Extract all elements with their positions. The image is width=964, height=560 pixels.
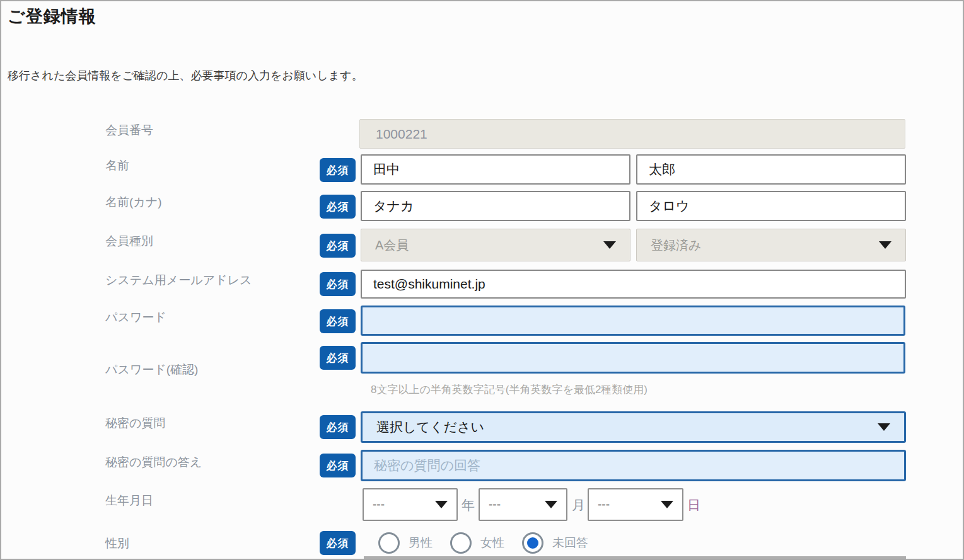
day-suffix: 日 [687, 496, 700, 514]
system-email-label: システム用メールアドレス [105, 272, 252, 289]
password-label: パスワード [105, 309, 166, 326]
member-status-value: 登録済み [651, 237, 701, 254]
member-type-value: A会員 [375, 237, 409, 254]
member-type-label: 会員種別 [105, 233, 153, 249]
name-kana-last-input[interactable] [361, 191, 630, 221]
secret-answer-required-badge: 必須 [320, 454, 356, 477]
name-first-input[interactable] [636, 154, 906, 185]
registration-form-page: ご登録情報 移行された会員情報をご確認の上、必要事項の入力をお願いします。 会員… [0, 0, 964, 560]
birth-month-value: --- [489, 498, 501, 511]
chevron-down-icon [603, 241, 616, 249]
member-number-label: 会員番号 [105, 122, 153, 139]
gender-option-label: 男性 [409, 535, 433, 551]
password-confirm-input[interactable] [361, 342, 905, 374]
password-input[interactable] [361, 306, 905, 336]
chevron-down-icon [879, 241, 891, 249]
name-kana-required-badge: 必須 [320, 195, 356, 219]
birth-month-select[interactable]: --- [479, 488, 567, 521]
password-required-badge: 必須 [320, 309, 356, 333]
chevron-down-icon [878, 423, 890, 431]
member-status-select: 登録済み [636, 229, 906, 261]
page-description: 移行された会員情報をご確認の上、必要事項の入力をお願いします。 [8, 68, 363, 83]
secret-question-value: 選択してください [376, 418, 484, 436]
member-type-required-badge: 必須 [320, 234, 356, 258]
gender-label: 性別 [105, 535, 129, 552]
gender-radio-group: 男性 女性 未回答 [378, 529, 588, 557]
birth-date-label: 生年月日 [105, 493, 153, 509]
name-label: 名前 [105, 157, 129, 174]
radio-checked-icon[interactable] [522, 532, 543, 554]
system-email-required-badge: 必須 [320, 272, 356, 296]
gender-option-label: 女性 [480, 535, 504, 551]
month-suffix: 月 [572, 496, 585, 514]
secret-question-label: 秘密の質問 [105, 415, 165, 431]
secret-answer-input[interactable] [361, 450, 906, 481]
page-title: ご登録情報 [8, 5, 96, 28]
password-confirm-required-badge: 必須 [320, 346, 356, 370]
name-last-input[interactable] [361, 154, 630, 185]
radio-unchecked-icon[interactable] [378, 532, 400, 554]
member-number-field: 1000221 [359, 119, 905, 149]
gender-option-male[interactable]: 男性 [378, 532, 433, 554]
name-kana-label: 名前(カナ) [105, 194, 162, 210]
name-kana-first-input[interactable] [636, 191, 906, 221]
password-confirm-label: パスワード(確認) [105, 362, 198, 378]
next-field-top-edge [364, 556, 906, 560]
gender-required-badge: 必須 [320, 531, 356, 555]
name-required-badge: 必須 [320, 158, 356, 182]
chevron-down-icon [435, 501, 448, 508]
secret-answer-label: 秘密の質問の答え [105, 454, 202, 471]
secret-question-select[interactable]: 選択してください [361, 411, 906, 443]
year-suffix: 年 [462, 496, 475, 514]
gender-option-label: 未回答 [552, 535, 588, 551]
birth-year-select[interactable]: --- [363, 488, 458, 521]
password-hint: 8文字以上の半角英数字記号(半角英数字を最低2種類使用) [371, 382, 648, 397]
gender-option-noanswer[interactable]: 未回答 [522, 532, 588, 554]
gender-option-female[interactable]: 女性 [450, 532, 504, 554]
birth-day-select[interactable]: --- [588, 488, 683, 521]
system-email-input[interactable] [361, 270, 906, 299]
chevron-down-icon [661, 501, 673, 508]
birth-day-value: --- [598, 498, 610, 511]
member-type-select: A会員 [361, 229, 630, 261]
radio-unchecked-icon[interactable] [450, 532, 472, 554]
secret-question-required-badge: 必須 [320, 415, 356, 439]
birth-year-value: --- [373, 498, 385, 511]
chevron-down-icon [545, 501, 557, 508]
